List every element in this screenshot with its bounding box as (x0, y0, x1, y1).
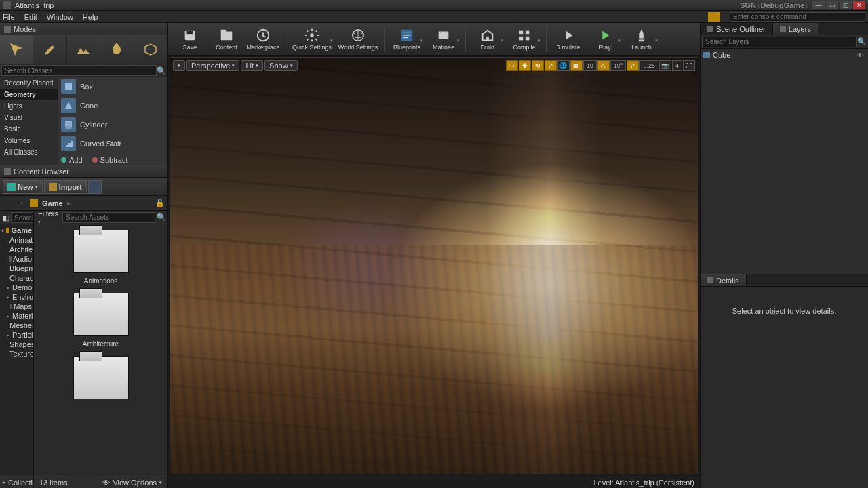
cat-volumes[interactable]: Volumes (0, 135, 58, 146)
cat-recently-placed[interactable]: Recently Placed (0, 77, 58, 89)
cat-geometry[interactable]: Geometry (0, 89, 58, 100)
source-control-icon[interactable] (708, 12, 720, 22)
cat-visual[interactable]: Visual (0, 112, 58, 123)
scale-snap-value[interactable]: 0.25 (639, 60, 658, 71)
asset-architecture[interactable]: Architecture (73, 293, 129, 348)
tab-details[interactable]: Details (701, 274, 747, 286)
landscape-mode-button[interactable] (67, 35, 100, 64)
grid-snap-value[interactable]: 10 (583, 60, 597, 71)
tab-layers[interactable]: Layers (773, 23, 818, 35)
asset-more[interactable] (73, 356, 129, 399)
cat-lights[interactable]: Lights (0, 100, 58, 112)
tree-item-blueprints[interactable]: Blueprints (0, 264, 33, 273)
import-button[interactable]: Import (44, 180, 87, 194)
matinee-button[interactable]: Matinee▾ (426, 24, 461, 54)
launch-button[interactable]: Launch▾ (624, 24, 659, 54)
menu-help[interactable]: Help (83, 13, 98, 21)
content-button[interactable]: Content (209, 24, 244, 54)
play-button[interactable]: Play▾ (587, 24, 623, 54)
camera-speed-button[interactable]: 📷 (659, 60, 671, 71)
menu-window[interactable]: Window (47, 13, 73, 21)
search-classes-input[interactable] (1, 65, 157, 76)
shape-box[interactable]: Box (58, 77, 167, 96)
subtract-radio[interactable] (92, 157, 98, 163)
tab-scene-outliner[interactable]: Scene Outliner (701, 23, 773, 35)
tree-item-character[interactable]: Character (0, 273, 33, 283)
shape-cone[interactable]: Cone (58, 96, 167, 115)
minimize-button[interactable]: — (812, 1, 825, 9)
paint-mode-button[interactable] (33, 35, 66, 64)
layer-label: Cube (713, 51, 730, 59)
view-options-button[interactable]: 👁 View Options ▾ (102, 479, 162, 487)
cat-all-classes[interactable]: All Classes (0, 146, 58, 158)
tree-item-demos[interactable]: ▸Demos (0, 283, 33, 292)
modes-tab[interactable]: Modes (0, 23, 167, 35)
shape-cylinder[interactable]: Cylinder (58, 115, 167, 134)
build-icon (480, 28, 495, 43)
perspective-button[interactable]: Perspective▾ (186, 60, 239, 71)
select-tool[interactable]: ⬚ (506, 60, 518, 71)
new-button[interactable]: New▾ (3, 180, 43, 194)
quick-settings-button[interactable]: Quick Settings▾ (290, 24, 334, 54)
viewport[interactable]: ▾ Perspective▾ Lit▾ Show▾ ⬚ ✥ ⟲ ⤢ 🌐 ▦ 10… (170, 57, 698, 474)
layer-item-cube[interactable]: Cube 👁 (702, 50, 867, 60)
menu-file[interactable]: File (3, 13, 15, 21)
geometry-mode-button[interactable] (134, 35, 167, 64)
save-all-button[interactable] (88, 180, 102, 194)
add-radio[interactable] (61, 157, 66, 163)
tree-item-materials[interactable]: ▸Materials (0, 311, 33, 321)
search-folders-input[interactable] (11, 212, 34, 223)
lit-button[interactable]: Lit▾ (241, 60, 263, 71)
nav-back-button[interactable]: ← (3, 199, 12, 208)
tree-item-particles[interactable]: ▸Particles (0, 330, 33, 340)
tree-item-environments[interactable]: ▸Environments (0, 292, 33, 302)
asset-animations[interactable]: Animations (73, 230, 129, 285)
collections-header[interactable]: ▸ Collections ⊞ (0, 476, 33, 488)
marketplace-button[interactable]: Marketplace (245, 24, 281, 54)
visibility-toggle[interactable]: 👁 (857, 52, 865, 59)
foliage-mode-button[interactable] (100, 35, 134, 64)
world-settings-button[interactable]: World Settings (336, 24, 380, 54)
menu-edit[interactable]: Edit (24, 13, 37, 21)
maximize-viewport-button[interactable]: ⛶ (683, 60, 695, 71)
show-button[interactable]: Show▾ (264, 60, 298, 71)
shape-curved-stair[interactable]: Curved Stair (58, 134, 167, 153)
tree-item-textures[interactable]: Textures (0, 349, 33, 359)
tree-item-maps[interactable]: Maps (0, 302, 33, 311)
content-browser-tab[interactable]: Content Browser (0, 165, 167, 178)
nav-forward-button[interactable]: → (16, 199, 26, 208)
simulate-button[interactable]: Simulate (551, 24, 586, 54)
search-layers-input[interactable] (702, 37, 857, 47)
breadcrumb[interactable]: Game (42, 199, 63, 207)
angle-snap-button[interactable]: △ (597, 60, 610, 71)
console-input[interactable] (730, 12, 865, 22)
close-button[interactable]: ✕ (853, 1, 865, 9)
place-mode-button[interactable] (0, 35, 33, 64)
scale-snap-button[interactable]: ⤢ (627, 60, 639, 71)
scale-tool[interactable]: ⤢ (545, 60, 557, 71)
sources-toggle-icon[interactable]: ◧ (1, 214, 11, 222)
tree-item-meshes[interactable]: Meshes (0, 321, 33, 330)
compile-button[interactable]: Compile▾ (507, 24, 542, 54)
tree-item-audio[interactable]: Audio (0, 254, 33, 264)
translate-tool[interactable]: ✥ (519, 60, 531, 71)
blueprints-button[interactable]: Blueprints▾ (389, 24, 425, 54)
viewport-options-button[interactable]: ▾ (173, 60, 185, 71)
filters-button[interactable]: Filters ▾ (35, 211, 61, 225)
tree-item-animations[interactable]: Animations (0, 235, 33, 245)
tree-root[interactable]: ▾Game (0, 226, 33, 235)
grid-snap-button[interactable]: ▦ (570, 60, 583, 71)
lock-icon[interactable]: 🔓 (155, 199, 165, 207)
save-button[interactable]: Save (172, 24, 208, 54)
search-assets-input[interactable] (62, 212, 155, 223)
tree-item-shapes[interactable]: Shapes (0, 340, 33, 349)
camera-speed-value[interactable]: 4 (672, 60, 682, 71)
build-button[interactable]: Build▾ (470, 24, 505, 54)
angle-snap-value[interactable]: 10° (610, 60, 627, 71)
coord-space-button[interactable]: 🌐 (557, 60, 570, 71)
restore-button[interactable]: ▭ (826, 1, 838, 9)
maximize-button[interactable]: ◱ (840, 1, 852, 9)
tree-item-architecture[interactable]: Architecture (0, 245, 33, 254)
rotate-tool[interactable]: ⟲ (532, 60, 544, 71)
cat-basic[interactable]: Basic (0, 123, 58, 135)
